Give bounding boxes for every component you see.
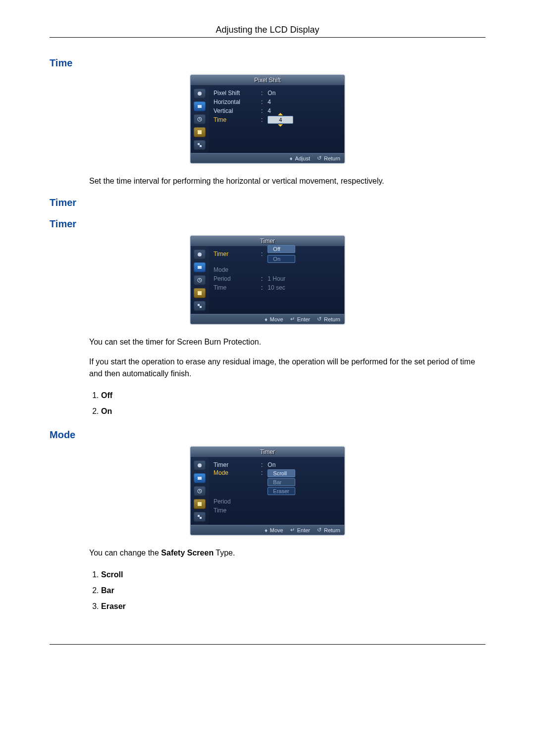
osd-title: Pixel Shift xyxy=(191,75,344,86)
picture-icon xyxy=(194,250,206,259)
label-mode: Mode xyxy=(214,266,258,273)
osd-body: Timer : Off On Mode Period : 1 Hour xyxy=(191,247,344,314)
mode-text-block: You can change the Safety Screen Type. S… xyxy=(89,547,485,614)
enter-icon: ↵ xyxy=(290,527,295,533)
colon: : xyxy=(261,275,263,282)
value-vertical: 4 xyxy=(268,107,271,114)
section-title-timer-2: Timer xyxy=(50,218,485,230)
section-title-timer-1: Timer xyxy=(50,197,485,208)
osd-title: Timer xyxy=(191,447,344,457)
svg-rect-7 xyxy=(198,266,202,269)
timer-options-list: Off On xyxy=(89,388,485,419)
updown-icon: ♦ xyxy=(265,527,268,533)
return-icon: ↺ xyxy=(317,527,321,533)
return-icon: ↺ xyxy=(317,316,321,322)
timer-text-block: You can set the timer for Screen Burn Pr… xyxy=(89,336,485,419)
svg-point-6 xyxy=(198,252,202,256)
sound-icon xyxy=(194,262,206,272)
updown-icon: ♦ xyxy=(265,316,268,322)
osd-footer: ♦Move ↵Enter ↺Return xyxy=(191,525,344,535)
osd-rows: Timer : Off On Mode Period : 1 Hour xyxy=(209,247,344,314)
clock-icon xyxy=(194,275,206,285)
mode-options-list: Scroll Bar Eraser xyxy=(89,567,485,614)
svg-rect-15 xyxy=(198,502,202,506)
setup-icon xyxy=(194,127,206,137)
sound-icon xyxy=(194,473,206,483)
footer-return: ↺Return xyxy=(317,527,340,533)
value-period: 1 Hour xyxy=(268,275,285,282)
osd-sidebar-icons xyxy=(191,457,209,525)
clock-icon xyxy=(194,114,206,124)
osd-sidebar-icons xyxy=(191,247,209,314)
row-time: Time xyxy=(214,506,341,515)
row-time: Time : 4 xyxy=(214,115,341,124)
value-timer: On xyxy=(268,461,275,468)
label-timer: Timer xyxy=(214,251,258,257)
multi-icon xyxy=(194,140,206,150)
enter-icon: ↵ xyxy=(290,316,295,322)
colon: : xyxy=(261,116,263,123)
footer-move: ♦Move xyxy=(265,316,283,322)
label-horizontal: Horizontal xyxy=(214,99,258,105)
multi-icon xyxy=(194,301,206,311)
text-time-desc: Set the time interval for performing the… xyxy=(89,175,485,187)
section-title-time: Time xyxy=(50,57,485,69)
value-time: 10 sec xyxy=(268,284,285,291)
footer-enter: ↵Enter xyxy=(290,316,310,322)
svg-rect-1 xyxy=(198,105,202,108)
chevron-down-icon xyxy=(278,124,283,127)
chevron-up-icon xyxy=(278,113,283,115)
label-period: Period xyxy=(214,275,258,282)
list-item: Bar xyxy=(101,583,485,599)
svg-rect-3 xyxy=(198,130,202,134)
row-time: Time : 10 sec xyxy=(214,283,341,292)
label-vertical: Vertical xyxy=(214,107,258,114)
section-title-mode: Mode xyxy=(50,429,485,441)
row-period: Period xyxy=(214,497,341,506)
colon: : xyxy=(261,251,263,257)
osd-body: Timer : On Mode : Scroll Bar Eraser xyxy=(191,457,344,525)
text-timer-desc2: If you start the operation to erase any … xyxy=(89,356,485,380)
osd-panel: Timer Timer : On Mode xyxy=(190,447,345,535)
svg-rect-13 xyxy=(198,477,202,480)
opt-timer-off: Off xyxy=(268,245,295,253)
opt-eraser: Eraser xyxy=(268,487,295,495)
opt-on: On xyxy=(101,407,112,415)
page-header-title: Adjusting the LCD Display xyxy=(50,25,485,38)
svg-rect-11 xyxy=(200,306,202,308)
svg-rect-17 xyxy=(200,517,202,519)
osd-footer: ♦Adjust ↺Return xyxy=(191,153,344,163)
svg-rect-4 xyxy=(198,143,200,145)
list-item: Eraser xyxy=(101,599,485,614)
osd-body: Pixel Shift : On Horizontal : 4 Vertical… xyxy=(191,86,344,153)
svg-rect-5 xyxy=(200,145,202,147)
svg-point-0 xyxy=(198,92,202,96)
list-item: On xyxy=(101,403,485,419)
osd-panel: Pixel Shift Pixel Shift : On H xyxy=(190,75,345,163)
updown-icon: ♦ xyxy=(290,155,293,161)
label-time: Time xyxy=(214,116,258,123)
text-timer-desc1: You can set the timer for Screen Burn Pr… xyxy=(89,336,485,348)
colon: : xyxy=(261,90,263,97)
row-timer: Timer : On xyxy=(214,460,341,469)
picture-icon xyxy=(194,89,206,99)
list-item: Off xyxy=(101,388,485,403)
colon: : xyxy=(261,107,263,114)
list-item: Scroll xyxy=(101,567,485,583)
time-text-block: Set the time interval for performing the… xyxy=(89,175,485,187)
colon: : xyxy=(261,284,263,291)
colon: : xyxy=(261,461,263,468)
page-footer-rule xyxy=(50,644,485,645)
colon: : xyxy=(261,469,263,476)
row-mode: Mode xyxy=(214,265,341,274)
opt-scroll: Scroll xyxy=(101,570,123,579)
osd-panel: Timer Timer : Off On xyxy=(190,236,345,324)
colon: : xyxy=(261,99,263,105)
row-vertical: Vertical : 4 xyxy=(214,106,341,115)
page: Adjusting the LCD Display Time Pixel Shi… xyxy=(0,0,535,674)
text-mode-desc: You can change the Safety Screen Type. xyxy=(89,547,485,559)
opt-off: Off xyxy=(101,391,112,400)
opt-bar: Bar xyxy=(268,478,295,486)
picture-icon xyxy=(194,460,206,470)
svg-rect-16 xyxy=(198,515,200,517)
